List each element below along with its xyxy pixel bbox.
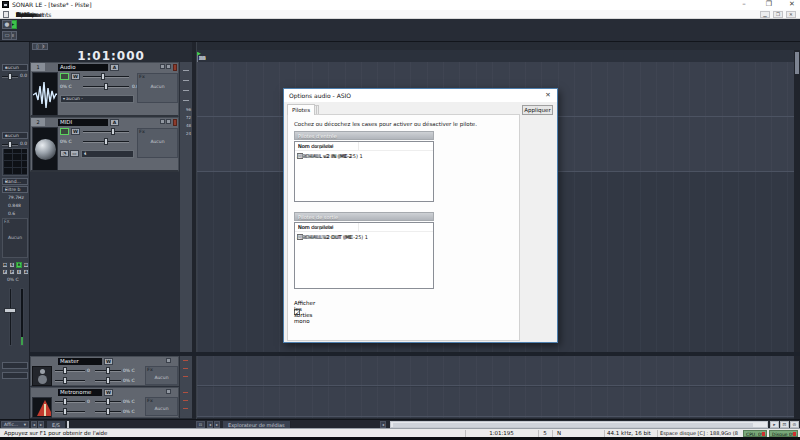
mdi-child-icon[interactable] bbox=[3, 11, 9, 18]
bus-strip-master[interactable]: Master MSRDW 0 0% C 0% C Fx Aucun bbox=[30, 356, 179, 386]
minimize-button[interactable]: – bbox=[735, 0, 753, 10]
track-number[interactable]: 2 bbox=[31, 118, 45, 126]
tab-scroll-left-icon[interactable]: ◂ bbox=[207, 421, 213, 428]
tab-scroll-left-icon[interactable]: ◂ bbox=[31, 421, 37, 428]
midi-track-icon[interactable] bbox=[32, 127, 58, 171]
inspector-fader-handle[interactable] bbox=[4, 308, 16, 313]
inspector-fx-bin[interactable]: FX Aucun bbox=[2, 218, 28, 258]
input-drivers-list[interactable]: Nom convivial Nom du pilote ASIO4ALL v2 … bbox=[294, 141, 434, 202]
strip-minimize-icon[interactable] bbox=[166, 389, 171, 394]
eq-freq-value[interactable]: 79.7Hz bbox=[8, 195, 24, 201]
strip-maximize-icon[interactable] bbox=[166, 119, 171, 124]
fx-bypass-button[interactable] bbox=[60, 128, 69, 135]
eq-filter-select[interactable]: Filtre b▾ bbox=[2, 186, 28, 193]
inspector-widget[interactable] bbox=[2, 362, 28, 369]
fx-bin[interactable]: Fx Aucun bbox=[145, 366, 178, 385]
inspector-pan-value[interactable]: 0% C bbox=[7, 277, 19, 283]
dialog-tab[interactable]: Pilotes bbox=[287, 104, 315, 115]
bank-button[interactable]: ◔ bbox=[60, 150, 69, 157]
inspector-button[interactable]: P bbox=[9, 269, 15, 275]
patch-button[interactable]: ▭ bbox=[70, 150, 79, 157]
metronome-icon[interactable] bbox=[32, 397, 52, 418]
bus-name-field[interactable]: Master bbox=[58, 358, 102, 365]
zoom-fit-icon[interactable]: ⊡ bbox=[780, 421, 789, 428]
tab-scroll-right-icon[interactable]: ▸ bbox=[214, 421, 220, 428]
pan-slider[interactable] bbox=[95, 367, 121, 374]
inspector-gain-slider[interactable] bbox=[2, 141, 18, 148]
volume-slider[interactable] bbox=[83, 73, 129, 80]
volume-slider[interactable] bbox=[55, 408, 85, 415]
inspector-fx-select[interactable]: aucun▾ bbox=[2, 132, 28, 139]
bus-state-button[interactable]: W bbox=[104, 358, 113, 365]
strip-minimize-icon[interactable] bbox=[160, 119, 165, 124]
inspector-button[interactable]: F bbox=[2, 269, 8, 275]
dialog-close-icon[interactable]: ✕ bbox=[540, 90, 556, 101]
inspector-button[interactable]: M bbox=[2, 262, 8, 268]
eq-gain-value[interactable]: 0.6 bbox=[8, 211, 15, 217]
velocity-slider[interactable] bbox=[83, 128, 129, 135]
output-drivers-list[interactable]: Nom convivial Nom du pilote ASIO4ALL v2 … bbox=[294, 222, 434, 289]
dialog-button[interactable]: Appliquer bbox=[522, 105, 553, 115]
eq-plot[interactable] bbox=[2, 148, 28, 176]
track-number[interactable]: 1 bbox=[31, 63, 45, 71]
inspector-widget[interactable] bbox=[2, 372, 28, 379]
close-button[interactable]: ✕ bbox=[785, 0, 799, 10]
bus-state-button[interactable]: W bbox=[104, 389, 113, 396]
inspector-button[interactable]: W bbox=[23, 262, 29, 268]
toolbar-button[interactable]: ▯ bbox=[32, 43, 43, 50]
fx-bin[interactable]: Fx Aucun bbox=[137, 128, 178, 158]
scroll-right-icon[interactable]: ▸ bbox=[770, 421, 779, 428]
now-time-marker-icon[interactable]: ▶ bbox=[197, 50, 201, 56]
strip-minimize-icon[interactable] bbox=[160, 64, 165, 69]
pan-slider[interactable] bbox=[95, 408, 121, 415]
horizontal-scrollbar[interactable] bbox=[390, 421, 768, 428]
tab-scroll-right-icon[interactable]: ▸ bbox=[38, 421, 44, 428]
write-automation-button[interactable]: W bbox=[71, 73, 80, 80]
zoom-tool-icon[interactable]: ⊙ bbox=[790, 421, 799, 428]
pan-value[interactable]: 0% C bbox=[60, 139, 72, 145]
dock-icon[interactable]: ⊡ bbox=[196, 421, 205, 428]
pan-value[interactable]: 0% C bbox=[60, 84, 72, 90]
inspector-input-select[interactable]: aucun▾ bbox=[2, 64, 28, 71]
mdi-minimize-icon[interactable]: ▁ bbox=[760, 11, 770, 18]
toolbar-button[interactable]: ● bbox=[2, 20, 12, 29]
output-select[interactable]: - aucun -▾ bbox=[60, 95, 134, 103]
fx-bin[interactable]: Fx Aucun bbox=[137, 73, 178, 103]
bus-strip-metronome[interactable]: Metronome MSRDW 0 0% C 0% C Fx Aucun bbox=[30, 387, 179, 418]
fx-bin[interactable]: Fx Aucun bbox=[145, 397, 178, 416]
vertical-scrollbar[interactable] bbox=[794, 50, 800, 419]
waveform-icon[interactable] bbox=[32, 72, 58, 116]
inspector-button[interactable]: S bbox=[9, 262, 15, 268]
mdi-restore-icon[interactable]: ❐ bbox=[773, 11, 783, 18]
bus-name-field[interactable]: Metronome bbox=[58, 389, 102, 396]
volume-slider[interactable] bbox=[55, 377, 85, 384]
maximize-button[interactable]: ❐ bbox=[760, 0, 778, 10]
track-state-button[interactable]: A bbox=[110, 119, 119, 126]
dialog-title-bar[interactable]: Options audio - ASIO bbox=[284, 89, 557, 102]
tab-scroll-left-icon[interactable]: ◂ bbox=[380, 421, 386, 428]
eq-q-value[interactable]: 0.848 bbox=[8, 203, 21, 209]
strip-maximize-icon[interactable] bbox=[166, 64, 171, 69]
pan-slider[interactable] bbox=[83, 138, 129, 145]
track-state-button[interactable]: A bbox=[110, 64, 119, 71]
strip-minimize-icon[interactable] bbox=[166, 358, 171, 363]
inspector-trim-slider[interactable] bbox=[2, 73, 18, 80]
speaker-icon[interactable] bbox=[32, 366, 52, 386]
track-strip-midi[interactable]: 2 MIDI MSR•A W 0% C ◔ ▭ 1▾ Fx bbox=[30, 117, 179, 172]
pan-slider[interactable] bbox=[83, 83, 129, 90]
send-slider[interactable] bbox=[55, 398, 85, 405]
mdi-close-icon[interactable]: ✕ bbox=[786, 11, 796, 18]
display-filter-select[interactable]: Affic...▾ bbox=[1, 421, 29, 428]
fx-bypass-button[interactable] bbox=[60, 73, 69, 80]
inspector-button[interactable]: I bbox=[16, 269, 22, 275]
track-name-field[interactable]: MIDI bbox=[58, 119, 108, 126]
track-name-field[interactable]: Audio bbox=[58, 64, 108, 71]
toolbar-button[interactable]: ▭ bbox=[2, 31, 12, 40]
track-strip-audio[interactable]: 1 Audio MSR•A W 0% C 0.0 bbox=[30, 62, 179, 117]
eq-band-select[interactable]: Band...▾ bbox=[2, 178, 28, 185]
pan-slider[interactable] bbox=[95, 377, 121, 384]
bus-clips-pane[interactable] bbox=[197, 356, 794, 418]
channel-select[interactable]: 1▾ bbox=[81, 150, 134, 158]
inspector-button[interactable]: A bbox=[23, 269, 29, 275]
write-automation-button[interactable]: W bbox=[71, 128, 80, 135]
